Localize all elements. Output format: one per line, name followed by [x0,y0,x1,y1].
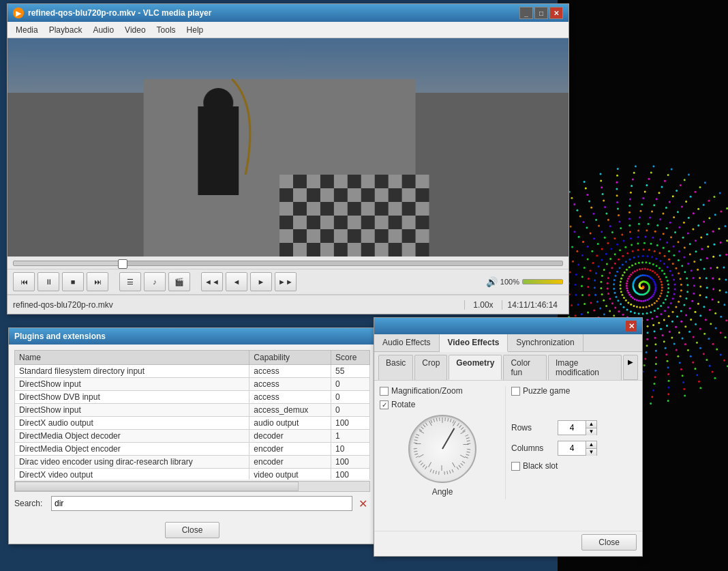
subtab-image-mod[interactable]: Image modification [548,355,622,380]
table-row[interactable]: DirectMedia Object decoderdecoder1 [15,430,370,443]
puzzle-label[interactable]: Puzzle game [511,386,570,396]
columns-increment[interactable]: ▲ [586,441,596,448]
toggle-playlist-button[interactable]: ☰ [119,272,141,291]
frame-fwd-button[interactable]: ►► [275,272,297,291]
tab-video-effects[interactable]: Video Effects [440,334,509,352]
minimize-button[interactable]: _ [519,7,533,19]
effects-close-x[interactable]: ✕ [626,321,637,332]
menu-media[interactable]: Media [10,24,44,36]
columns-decrement[interactable]: ▼ [586,448,596,456]
extended-settings-button[interactable]: ♪ [144,272,166,291]
frame-back-button[interactable]: ◄◄ [201,272,223,291]
rows-input[interactable] [558,423,586,433]
table-row[interactable]: Standard filesystem directory inputacces… [15,365,370,378]
table-cell: DirectShow input [15,378,249,391]
menu-playback[interactable]: Playback [44,24,88,36]
subtab-basic[interactable]: Basic [378,355,413,380]
menu-video[interactable]: Video [119,24,151,36]
table-cell: DirectX audio output [15,417,249,430]
seek-bar-area[interactable] [7,257,568,269]
plugins-table-area[interactable]: Name Capability Score Standard filesyste… [14,350,370,480]
seek-bar-track[interactable] [13,261,563,266]
col-name[interactable]: Name [15,351,249,365]
rows-row: Rows ▲ ▼ [511,420,637,435]
plugins-dialog: Plugins and extensions Name Capability S… [8,327,376,544]
effects-close-button[interactable]: Close [581,534,637,551]
table-cell: 0 [331,378,369,391]
dial-area[interactable]: Angle [380,415,505,499]
rows-decrement[interactable]: ▼ [586,428,596,435]
columns-input[interactable] [558,443,586,453]
magnification-label[interactable]: Magnification/Zoom [380,386,463,396]
table-row[interactable]: DirectShow inputaccess_demux0 [15,404,370,417]
table-row[interactable]: DirectX video outputvideo output100 [15,469,370,480]
table-cell: DirectShow DVB input [15,391,249,404]
plugins-title-bar: Plugins and extensions [9,328,376,345]
plugins-close-button[interactable]: Close [165,522,220,538]
volume-fill [523,280,562,284]
table-row[interactable]: Dirac video encoder using dirac-research… [15,456,370,469]
tab-audio-effects[interactable]: Audio Effects [374,334,440,351]
horizontal-scrollbar[interactable] [14,481,370,492]
subtab-color-fun[interactable]: Color fun [503,355,547,380]
table-cell: audio output [249,417,331,430]
clear-search-button[interactable]: ✕ [355,496,370,511]
table-row[interactable]: DirectShow DVB inputaccess0 [15,391,370,404]
seek-bar-thumb[interactable] [118,259,127,269]
stop-button[interactable]: ■ [62,272,84,291]
magnification-checkbox[interactable] [380,387,389,396]
effects-right-col: Puzzle game Rows ▲ ▼ Colum [505,386,637,499]
video-area[interactable] [7,38,568,257]
step-back-button[interactable]: ◄ [226,272,247,291]
video-effects-button[interactable]: 🎬 [168,272,190,291]
effects-body: Magnification/Zoom Rotate Angle [374,381,642,531]
col-capability[interactable]: Capability [249,351,331,365]
menu-audio[interactable]: Audio [87,24,119,36]
table-cell: 0 [331,391,369,404]
puzzle-checkbox[interactable] [511,387,520,396]
subtab-crop[interactable]: Crop [414,355,447,380]
menu-tools[interactable]: Tools [151,24,181,36]
table-row[interactable]: DirectShow inputaccess0 [15,378,370,391]
angle-label: Angle [432,487,453,497]
seek-bar-fill [14,261,123,265]
table-cell: 1 [331,430,369,443]
rotate-label[interactable]: Rotate [380,400,415,409]
volume-slider[interactable] [522,279,563,284]
rotate-checkbox[interactable] [380,400,389,409]
status-bar: refined-qos-blu720p-ro.mkv 1.00x 14:11/1… [7,295,568,314]
menu-bar: Media Playback Audio Video Tools Help [7,22,568,38]
black-slot-label[interactable]: Black slot [511,461,558,471]
search-input[interactable] [51,496,352,511]
menu-help[interactable]: Help [181,24,209,36]
subtabs-arrow-right[interactable]: ▶ [623,355,638,380]
table-row[interactable]: DirectX audio outputaudio output100 [15,417,370,430]
prev-button[interactable]: ⏮ [13,272,35,291]
subtab-geometry[interactable]: Geometry [449,355,502,380]
table-cell: access [249,391,331,404]
play-pause-button[interactable]: ⏸ [37,272,59,291]
rows-label: Rows [511,423,552,433]
rows-spinbox[interactable]: ▲ ▼ [558,420,597,435]
black-slot-checkbox[interactable] [511,462,520,471]
next-button[interactable]: ⏭ [87,272,108,291]
columns-spinbox[interactable]: ▲ ▼ [558,441,597,456]
step-fwd-button[interactable]: ► [250,272,272,291]
h-scroll-thumb[interactable] [15,482,299,491]
plugins-table: Name Capability Score Standard filesyste… [14,350,370,480]
close-window-button[interactable]: ✕ [549,7,563,19]
table-cell: DirectMedia Object encoder [15,443,249,456]
puzzle-text: Puzzle game [523,386,570,396]
tab-synchronization[interactable]: Synchronization [508,334,583,351]
col-score[interactable]: Score [331,351,369,365]
dial-needle [442,428,455,449]
angle-dial[interactable] [408,415,476,483]
maximize-button[interactable]: □ [534,7,548,19]
table-row[interactable]: DirectMedia Object encoderencoder10 [15,443,370,456]
rotate-row: Rotate [380,400,505,409]
black-slot-text: Black slot [523,461,558,471]
effects-title-bar: ✕ [374,318,642,334]
table-cell: 0 [331,404,369,417]
volume-area: 🔊 100% [486,276,563,287]
rows-increment[interactable]: ▲ [586,420,596,428]
